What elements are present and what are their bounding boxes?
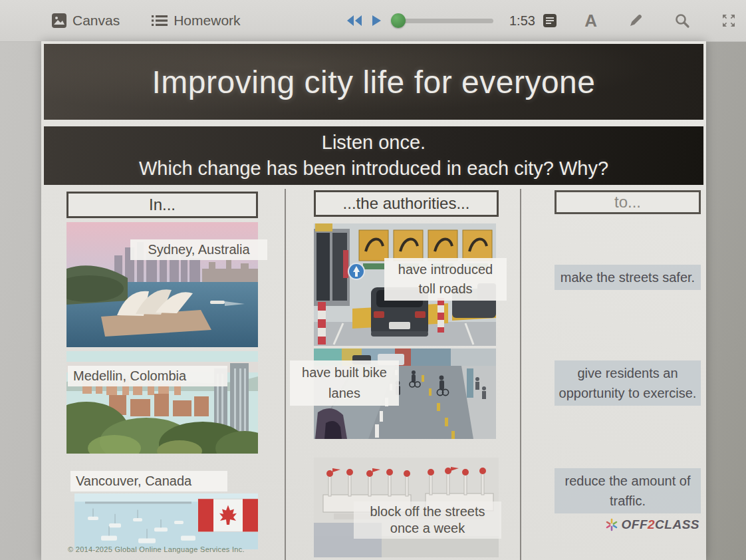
audio-duration: 1:53 [509, 13, 535, 29]
slide-content: In... [41, 189, 706, 560]
instruction-line-2: Which change has been introduced in each… [139, 156, 608, 182]
image-icon [52, 13, 66, 28]
transcript-icon[interactable] [543, 14, 557, 27]
column-purposes: to... make the streets safer. give resid… [555, 189, 701, 560]
audio-progress-track[interactable] [394, 19, 493, 23]
bike-card: have built bike lanes [314, 349, 496, 439]
purpose-label: give residents an opportunity to exercis… [555, 360, 701, 406]
instruction-line-1: Listen once. [322, 130, 426, 156]
instruction-band: Listen once. Which change has been intro… [44, 126, 703, 185]
top-toolbar: Canvas Homework 1:53 [0, 0, 746, 42]
city-label: Sydney, Australia [130, 239, 267, 260]
action-label: block off the streets once a week [354, 501, 501, 539]
search-icon[interactable] [674, 13, 690, 29]
medellin-card: Medellin, Colombia [66, 351, 258, 454]
column-divider [520, 189, 521, 560]
barriers-card: block off the streets once a week [314, 458, 499, 557]
pencil-icon[interactable] [628, 13, 644, 29]
copyright-text: © 2014-2025 Global Online Language Servi… [68, 545, 245, 553]
off2class-logo: OFF2CLASS [605, 517, 699, 532]
column-cities: In... [66, 189, 258, 560]
city-label: Medellin, Colombia [68, 366, 227, 386]
play-icon[interactable] [371, 14, 382, 27]
vancouver-photo [74, 493, 258, 549]
column-header-authorities: ...the authorities... [314, 190, 499, 217]
toll-card: have introduced toll roads [314, 223, 496, 346]
lesson-slide: Improving city life for everyone Listen … [41, 41, 706, 560]
homework-tab-label: Homework [174, 13, 240, 29]
brand-wordmark: OFF2CLASS [622, 517, 699, 532]
vancouver-card: Vancouver, Canada [66, 471, 258, 549]
slide-title-band: Improving city life for everyone [44, 44, 703, 120]
canvas-tab[interactable]: Canvas [52, 13, 120, 29]
action-label: have built bike lanes [290, 360, 399, 406]
action-label: have introduced toll roads [384, 258, 507, 301]
app-viewport: Canvas Homework 1:53 [0, 0, 746, 560]
sydney-card: Sydney, Australia [66, 222, 258, 347]
canada-flag [198, 499, 258, 531]
text-tool-icon[interactable]: A [584, 12, 597, 29]
rewind-icon[interactable] [346, 14, 363, 27]
column-actions: ...the authorities... [314, 189, 499, 560]
canvas-tab-label: Canvas [72, 13, 120, 29]
list-icon [152, 14, 168, 27]
homework-tab[interactable]: Homework [152, 13, 240, 29]
column-header-in: In... [66, 192, 258, 218]
column-divider [285, 189, 286, 560]
fullscreen-icon[interactable] [721, 13, 737, 29]
audio-slider-knob[interactable] [391, 13, 406, 28]
city-label: Vancouver, Canada [70, 471, 227, 491]
purpose-label: make the streets safer. [555, 265, 701, 290]
asterisk-icon [605, 518, 618, 531]
column-header-to: to... [555, 190, 701, 214]
purpose-label: reduce the amount of traffic. [555, 468, 701, 513]
slide-title: Improving city life for everyone [152, 64, 596, 100]
